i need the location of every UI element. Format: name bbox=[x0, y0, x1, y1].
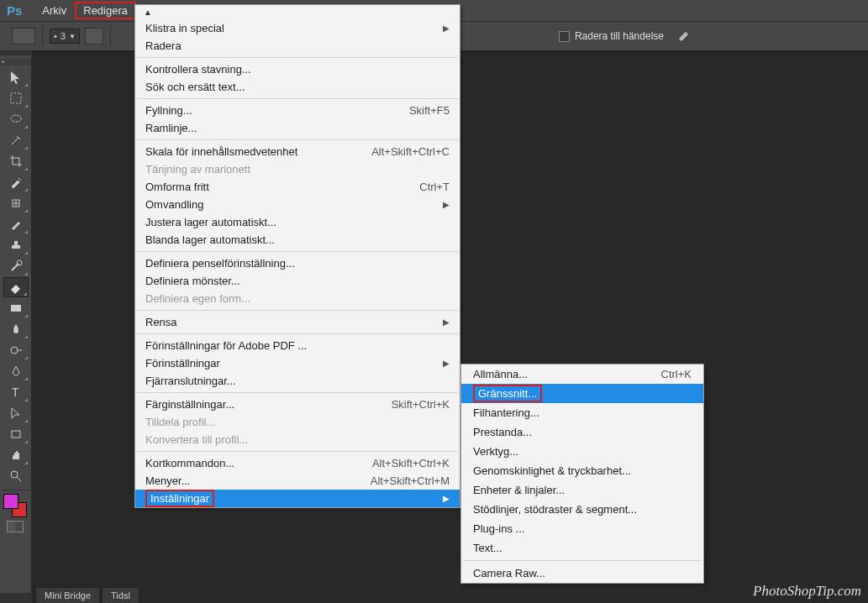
panel-handle[interactable] bbox=[0, 59, 31, 66]
menu-item-justera-lager-automatiskt-[interactable]: Justera lager automatiskt... bbox=[135, 213, 460, 231]
menu-item-tilldela-profil-: Tilldela profil... bbox=[135, 413, 460, 431]
quickmask-toggle[interactable] bbox=[7, 521, 24, 532]
pen-tool[interactable] bbox=[3, 361, 29, 381]
menu-item-omvandling[interactable]: Omvandling▶ bbox=[135, 196, 460, 213]
menu-item-f-rinst-llningar[interactable]: Förinställningar▶ bbox=[135, 354, 460, 372]
crop-tool[interactable] bbox=[3, 151, 29, 171]
submenu-item-filhantering-[interactable]: Filhantering... bbox=[461, 403, 703, 422]
watermark: PhotoShopTip.com bbox=[753, 583, 861, 600]
menu-item-kontrollera-stavning-[interactable]: Kontrollera stavning... bbox=[135, 60, 460, 78]
menu-item-skala-f-r-inneh-llsmedvetenhet[interactable]: Skala för innehållsmedvetenhetAlt+Skift+… bbox=[135, 143, 460, 160]
menu-item-klistra-in-special[interactable]: Klistra in special▶ bbox=[135, 19, 460, 37]
history-brush-icon bbox=[677, 30, 692, 42]
submenu-item-camera-raw-[interactable]: Camera Raw... bbox=[461, 564, 703, 583]
tools-panel: T bbox=[0, 55, 32, 593]
checkbox-box[interactable] bbox=[559, 31, 570, 42]
menu-item-definiera-egen-form-: Definiera egen form... bbox=[135, 290, 460, 307]
submenu-item-verktyg-[interactable]: Verktyg... bbox=[461, 442, 703, 461]
svg-point-3 bbox=[17, 260, 22, 265]
menu-item-definiera-m-nster-[interactable]: Definiera mönster... bbox=[135, 272, 460, 290]
svg-rect-0 bbox=[11, 93, 21, 103]
menu-item-inst-llningar[interactable]: Inställningar▶ bbox=[135, 490, 460, 507]
submenu-item-st-dlinjer-st-draster-segment-[interactable]: Stödlinjer, stödraster & segment... bbox=[461, 500, 703, 519]
submenu-item-text-[interactable]: Text... bbox=[461, 538, 703, 558]
gradient-tool[interactable] bbox=[3, 298, 29, 318]
menu-item-kortkommandon-[interactable]: Kortkommandon...Alt+Skift+Ctrl+K bbox=[135, 454, 460, 472]
brush-size-field[interactable]: •3▼ bbox=[50, 29, 80, 44]
menu-arkiv[interactable]: Arkiv bbox=[34, 2, 75, 19]
menu-item-rensa[interactable]: Rensa▶ bbox=[135, 313, 460, 331]
brush-panel-toggle[interactable] bbox=[85, 28, 103, 45]
erase-to-history-checkbox[interactable]: Radera till händelse bbox=[559, 30, 692, 42]
svg-rect-4 bbox=[11, 305, 21, 312]
blur-tool[interactable] bbox=[3, 319, 29, 339]
menu-item-ramlinje-[interactable]: Ramlinje... bbox=[135, 119, 460, 137]
svg-rect-7 bbox=[12, 431, 20, 438]
eyedropper-tool[interactable] bbox=[3, 172, 29, 192]
tab-timeline[interactable]: Tidsl bbox=[102, 587, 139, 603]
foreground-color[interactable] bbox=[3, 494, 18, 509]
menu-item-menyer-[interactable]: Menyer...Alt+Skift+Ctrl+M bbox=[135, 472, 460, 490]
zoom-tool[interactable] bbox=[3, 466, 29, 486]
redigera-dropdown: ▲ Klistra in special▶RaderaKontrollera s… bbox=[134, 4, 460, 508]
healing-tool[interactable] bbox=[3, 193, 29, 213]
brush-tool[interactable] bbox=[3, 214, 29, 234]
stamp-tool[interactable] bbox=[3, 235, 29, 255]
ps-logo: Ps bbox=[7, 3, 22, 18]
shape-tool[interactable] bbox=[3, 424, 29, 444]
submenu-item-prestanda-[interactable]: Prestanda... bbox=[461, 422, 703, 442]
submenu-item-allm-nna-[interactable]: Allmänna...Ctrl+K bbox=[461, 364, 703, 384]
wand-tool[interactable] bbox=[3, 130, 29, 150]
tab-mini-bridge[interactable]: Mini Bridge bbox=[35, 587, 100, 603]
svg-point-1 bbox=[11, 115, 21, 122]
installningar-submenu: Allmänna...Ctrl+KGränssnitt...Filhanteri… bbox=[460, 364, 704, 584]
menu-item-f-rinst-llningar-f-r-adobe-pdf-[interactable]: Förinställningar för Adobe PDF ... bbox=[135, 337, 460, 354]
submenu-item-gr-nssnitt-[interactable]: Gränssnitt... bbox=[461, 384, 703, 403]
menu-redigera[interactable]: Redigera bbox=[75, 2, 136, 19]
menu-item-blanda-lager-automatiskt-[interactable]: Blanda lager automatiskt... bbox=[135, 231, 460, 249]
menu-item-definiera-penself-rinst-llning-[interactable]: Definiera penselförinställning... bbox=[135, 254, 460, 272]
lasso-tool[interactable] bbox=[3, 109, 29, 129]
svg-point-5 bbox=[11, 347, 18, 354]
svg-text:T: T bbox=[12, 385, 19, 399]
submenu-item-enheter-linjaler-[interactable]: Enheter & linjaler... bbox=[461, 480, 703, 500]
svg-point-8 bbox=[11, 471, 18, 478]
path-select-tool[interactable] bbox=[3, 403, 29, 423]
color-swatches[interactable] bbox=[3, 494, 27, 517]
menu-item-fyllning-[interactable]: Fyllning...Skift+F5 bbox=[135, 102, 460, 119]
dodge-tool[interactable] bbox=[3, 340, 29, 360]
submenu-item-plug-ins-[interactable]: Plug-ins ... bbox=[461, 519, 703, 538]
type-tool[interactable]: T bbox=[3, 382, 29, 402]
bottom-tabs: Mini Bridge Tidsl bbox=[35, 587, 139, 603]
menu-item-radera[interactable]: Radera bbox=[135, 37, 460, 55]
submenu-item-genomskinlighet-tryckbarhet-[interactable]: Genomskinlighet & tryckbarhet... bbox=[461, 461, 703, 480]
menu-item-s-k-och-ers-tt-text-[interactable]: Sök och ersätt text... bbox=[135, 78, 460, 96]
history-brush-tool[interactable] bbox=[3, 256, 29, 276]
menu-item-fj-rranslutningar-[interactable]: Fjärranslutningar... bbox=[135, 372, 460, 390]
tool-preset-icon[interactable] bbox=[12, 28, 35, 45]
checkbox-label: Radera till händelse bbox=[575, 30, 664, 42]
menu-item-f-rginst-llningar-[interactable]: Färginställningar...Skift+Ctrl+K bbox=[135, 396, 460, 413]
marquee-tool[interactable] bbox=[3, 88, 29, 108]
menu-item-t-njning-av-marionett: Tänjning av marionett bbox=[135, 160, 460, 178]
move-tool[interactable] bbox=[3, 67, 29, 87]
menu-item-konvertera-till-profil-: Konvertera till profil... bbox=[135, 431, 460, 448]
scroll-up-arrow[interactable]: ▲ bbox=[135, 5, 460, 19]
hand-tool[interactable] bbox=[3, 445, 29, 465]
eraser-tool[interactable] bbox=[3, 277, 29, 297]
menu-item-omforma-fritt[interactable]: Omforma frittCtrl+T bbox=[135, 178, 460, 196]
